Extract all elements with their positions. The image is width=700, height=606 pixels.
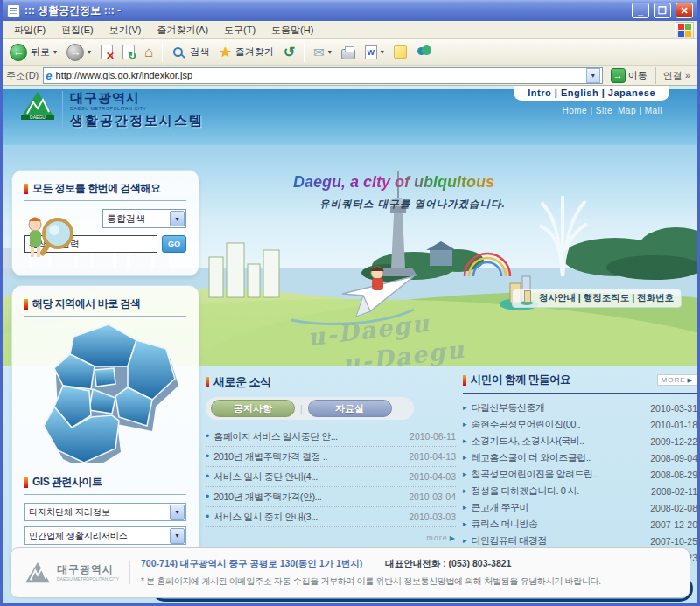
gis-select-dropdown-icon[interactable]: ▾ xyxy=(170,505,185,520)
citizen-item-title: 디인컴퓨터 대경점 xyxy=(472,534,646,547)
maximize-button[interactable]: ❒ xyxy=(654,3,671,18)
menu-help[interactable]: 도움말(H) xyxy=(263,22,321,38)
menu-favorites[interactable]: 즐겨찾기(A) xyxy=(149,22,216,38)
citizen-item[interactable]: ▸ 큰고개 쭈꾸미 2008-02-08 xyxy=(463,499,697,516)
search-category-dropdown-icon[interactable]: ▾ xyxy=(170,211,185,226)
edit-dropdown-icon[interactable]: ▾ xyxy=(381,48,384,56)
mail-dropdown-icon[interactable]: ▾ xyxy=(328,48,332,56)
citizen-item-date: 2008-08-29 xyxy=(650,470,697,480)
menu-file[interactable]: 파일(F) xyxy=(6,22,53,38)
gis-site-select-private[interactable]: 민간업체 생활지리서비스 ▾ xyxy=(24,526,186,545)
tab-archive[interactable]: 자료실 xyxy=(308,400,392,417)
menu-view[interactable]: 보기(V) xyxy=(102,22,150,38)
search-go-button[interactable]: GO xyxy=(162,235,186,253)
print-button[interactable] xyxy=(338,44,359,61)
citizen-item[interactable]: ▸ 송현주공성모어린이집(00.. 2010-01-18 xyxy=(463,416,697,433)
url-dropdown-icon[interactable]: ▾ xyxy=(586,68,600,83)
logo-city-name: 대구광역시 xyxy=(70,91,204,106)
history-icon: ↺ xyxy=(284,45,295,59)
back-button[interactable]: ← 뒤로 ▾ xyxy=(6,42,60,63)
city-hall-links[interactable]: 청사안내 | 행정조직도 | 전화번호 xyxy=(512,289,682,308)
news-item[interactable]: • 홈페이지 서비스 일시중단 안... 2010-06-11 xyxy=(206,427,456,447)
citizen-item-title: 송현주공성모어린이집(00.. xyxy=(472,418,646,431)
favorites-star-icon: ★ xyxy=(219,45,231,59)
links-toolbar[interactable]: 연결 » xyxy=(655,67,694,84)
news-item-title: 서비스 일시 중단 안내(4... xyxy=(214,470,403,484)
go-arrow-icon: → xyxy=(611,68,626,83)
citizen-item[interactable]: ▸ 큐릭스 머니방송 2007-12-20 xyxy=(463,516,697,533)
title-bar: ::: 생활공간정보 ::: - _ ❒ ✕ xyxy=(3,0,697,21)
logo-city-name-en: DAEGU METROPOLITAN CITY xyxy=(70,106,204,111)
news-item[interactable]: • 서비스 일시 중지 안내(3... 2010-03-03 xyxy=(206,507,456,527)
bullet-icon: ▸ xyxy=(463,470,467,478)
section-bullet xyxy=(24,299,28,310)
footer-email-notice: * 본 홈페이지에 게시된 이메일주소 자동 수집을 거부하며 이를 위반시 정… xyxy=(141,575,676,588)
news-item[interactable]: • 2010년 개별주택가격 결정 .. 2010-04-13 xyxy=(206,447,456,467)
daegu-district-map[interactable] xyxy=(28,324,184,463)
citizen-item-date: 2008-02-11 xyxy=(651,486,697,497)
site-logo[interactable]: DAEGU 대구광역시 DAEGU METROPOLITAN CITY 생활공간… xyxy=(20,91,204,129)
messenger-button[interactable] xyxy=(413,44,436,61)
url-input[interactable] xyxy=(56,70,583,80)
favorites-button[interactable]: ★ 즐겨찾기 xyxy=(215,44,276,61)
back-dropdown-icon[interactable]: ▾ xyxy=(53,48,57,56)
messenger-icon xyxy=(416,45,432,59)
menu-tools[interactable]: 도구(T) xyxy=(216,22,263,38)
minimize-button[interactable]: _ xyxy=(632,3,649,18)
hero-slogan-ko: 유비쿼터스 대구를 열어나가겠습니다. xyxy=(319,198,506,211)
news-item[interactable]: • 2010년 개별주택가격(안)... 2010-03-04 xyxy=(206,487,456,507)
bullet-icon: • xyxy=(206,512,209,522)
home-button[interactable]: ⌂ xyxy=(141,43,157,61)
citizen-item-date: 2009-12-22 xyxy=(650,436,697,447)
go-button[interactable]: → 이동 xyxy=(607,67,651,84)
region-panel-title: 해당 지역에서 바로 검색 xyxy=(32,296,141,311)
edit-button[interactable]: W ▾ xyxy=(361,44,388,61)
search-label: 검색 xyxy=(190,45,209,59)
search-button[interactable]: 검색 xyxy=(168,44,213,60)
quick-links[interactable]: Home | Site_Map | Mail xyxy=(562,106,662,115)
citizen-item[interactable]: ▸ 소경기드사, 소경시사(국비.. 2009-12-22 xyxy=(463,433,697,449)
close-button[interactable]: ✕ xyxy=(676,3,693,18)
address-field[interactable]: e ▾ xyxy=(43,67,603,84)
tab-notice[interactable]: 공지사항 xyxy=(211,400,295,417)
bullet-icon: ▸ xyxy=(463,454,467,462)
gis-select-dropdown-icon[interactable]: ▾ xyxy=(170,528,185,544)
mail-button[interactable]: ✉ ▾ xyxy=(310,44,335,60)
citizen-item[interactable]: ▸ 칠곡성모어린이집을 알려드립.. 2008-08-29 xyxy=(463,466,697,483)
menu-edit[interactable]: 편집(E) xyxy=(53,22,102,38)
building-icon xyxy=(520,291,534,305)
citizen-title: 시민이 함께 만들어요 xyxy=(471,373,653,387)
bullet-icon: • xyxy=(206,451,209,462)
discuss-button[interactable] xyxy=(390,44,410,60)
citizen-item-title: 소경기드사, 소경시사(국비.. xyxy=(472,435,646,448)
citizen-more-button[interactable]: MORE ▶ xyxy=(657,374,697,386)
search-panel-title: 모든 정보를 한번에 검색해요 xyxy=(32,181,161,196)
news-section: 새로운 소식 공지사항 | 자료실 • 홈페이지 서비스 일시중단 안... 2… xyxy=(206,374,456,542)
ie-document-icon xyxy=(7,4,20,17)
history-button[interactable]: ↺ xyxy=(280,44,298,61)
bullet-icon: ▸ xyxy=(463,421,467,428)
forward-button[interactable]: → ▾ xyxy=(63,42,94,63)
section-bullet xyxy=(206,377,209,387)
news-item-date: 2010-04-03 xyxy=(409,471,456,482)
citizen-item[interactable]: ▸ 다길산부동산중개 2010-03-31 xyxy=(463,400,697,416)
citizen-item-title: 큰고개 쭈꾸미 xyxy=(472,501,646,514)
section-bullet xyxy=(24,184,28,194)
language-links[interactable]: Intro | English | Japanese xyxy=(514,86,669,101)
citizen-item-title: 정성을 다하겠습니다. 0 사. xyxy=(472,484,647,498)
citizen-item-date: 2008-09-04 xyxy=(650,453,697,463)
section-bullet xyxy=(24,477,28,488)
toolbar-separator xyxy=(162,43,163,62)
search-category-select[interactable]: 통합검색 ▾ xyxy=(102,209,186,228)
refresh-button[interactable]: ↻ xyxy=(119,43,138,61)
stop-button[interactable]: ✕ xyxy=(97,43,116,61)
print-icon xyxy=(341,49,355,59)
citizen-item[interactable]: ▸ 정성을 다하겠습니다. 0 사. 2008-02-11 xyxy=(463,483,697,499)
news-more-button[interactable]: more ▶ xyxy=(426,533,456,542)
gis-site-select-municipal[interactable]: 타자치단체 지리정보 ▾ xyxy=(24,503,186,521)
citizen-item[interactable]: ▸ 레고홈스쿨이 더 와이즈클럽.. 2008-09-04 xyxy=(463,449,697,466)
forward-dropdown-icon[interactable]: ▾ xyxy=(88,48,91,56)
favorites-label: 즐겨찾기 xyxy=(235,45,274,59)
news-item[interactable]: • 서비스 일시 중단 안내(4... 2010-04-03 xyxy=(206,467,456,487)
citizen-item-date: 2007-10-25 xyxy=(650,536,697,547)
